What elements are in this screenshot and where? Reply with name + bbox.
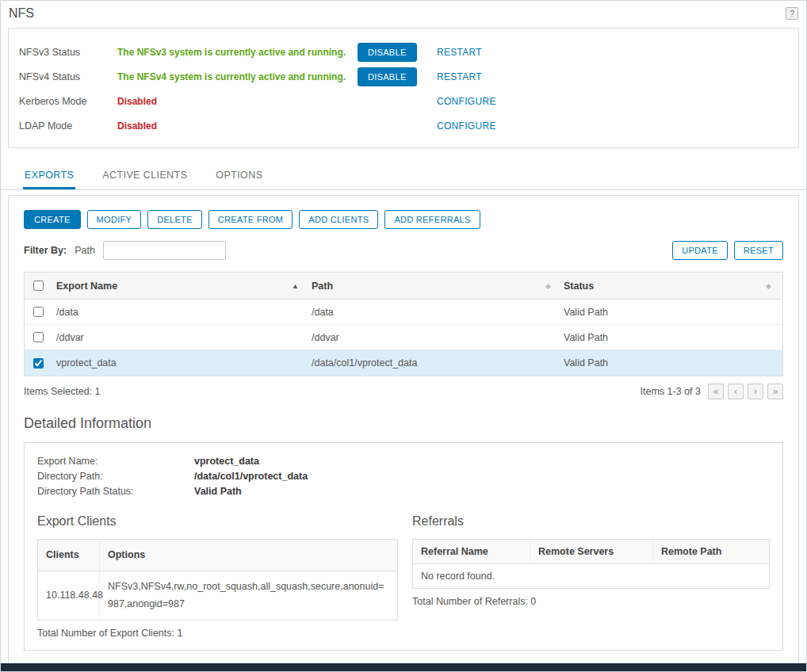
column-header-export-name[interactable]: Export Name ▲ <box>56 281 312 292</box>
sort-icon: ◆ <box>545 282 551 290</box>
create-from-button[interactable]: CREATE FROM <box>208 210 293 229</box>
next-page-icon[interactable]: › <box>748 384 763 399</box>
nfsv3-disable-button[interactable]: DISABLE <box>358 43 417 62</box>
referrals-heading: Referrals <box>412 514 770 529</box>
export-clients-heading: Export Clients <box>37 514 398 529</box>
nfsv4-status-row: NFSv4 Status The NFSv4 system is current… <box>13 64 794 89</box>
export-name-cell: vprotect_data <box>56 357 117 368</box>
export-name-cell: /data <box>56 307 78 318</box>
update-button[interactable]: UPDATE <box>672 241 728 260</box>
add-referrals-button[interactable]: ADD REFERRALS <box>384 210 480 229</box>
nfs-status-panel: NFSv3 Status The NFSv3 system is current… <box>8 28 799 148</box>
page-info-text: Items 1-3 of 3 <box>641 386 701 397</box>
nfsv4-restart-link[interactable]: RESTART <box>437 71 482 82</box>
delete-button[interactable]: DELETE <box>147 210 202 229</box>
export-client-row: 10.118.48.48 NFSv3,NFSv4,rw,no_root_squa… <box>38 571 397 620</box>
table-row[interactable]: /data /data Valid Path <box>25 300 782 325</box>
table-row[interactable]: /ddvar /ddvar Valid Path <box>25 325 782 350</box>
exports-table: Export Name ▲ Path ◆ Status ◆ /data /dat… <box>24 272 783 376</box>
page-title: NFS <box>9 6 34 21</box>
referrals-section: Referrals Referral Name Remote Servers R… <box>412 514 770 639</box>
tab-bar: EXPORTS ACTIVE CLIENTS OPTIONS <box>1 161 806 190</box>
nfsv4-disable-button[interactable]: DISABLE <box>358 67 417 86</box>
nfsv3-status-row: NFSv3 Status The NFSv3 system is current… <box>13 40 794 64</box>
table-footer: Items Selected: 1 Items 1-3 of 3 « ‹ › » <box>24 384 783 399</box>
exports-table-header: Export Name ▲ Path ◆ Status ◆ <box>25 273 782 300</box>
kerberos-mode-label: Kerberos Mode <box>19 96 117 107</box>
client-options-cell: NFSv3,NFSv4,rw,no_root_squash,all_squash… <box>100 571 397 620</box>
column-header-status[interactable]: Status ◆ <box>564 281 782 292</box>
export-clients-table: Clients Options 10.118.48.48 NFSv3,NFSv4… <box>37 539 398 620</box>
referrals-empty-row: No record found. <box>413 564 769 588</box>
export-name-cell: /ddvar <box>56 332 84 343</box>
directory-path-field: Directory Path: /data/col1/vprotect_data <box>37 471 770 482</box>
export-clients-table-header: Clients Options <box>38 540 397 571</box>
nfsv3-status-label: NFSv3 Status <box>19 47 117 58</box>
column-header-path[interactable]: Path ◆ <box>312 281 564 292</box>
referrals-table-header: Referral Name Remote Servers Remote Path <box>413 540 769 564</box>
row-checkbox[interactable] <box>33 358 44 368</box>
export-name-field: Export Name: vprotect_data <box>37 456 770 467</box>
export-clients-section: Export Clients Clients Options 10.118.48… <box>37 514 398 639</box>
previous-page-icon[interactable]: ‹ <box>728 384 744 399</box>
row-checkbox[interactable] <box>33 332 44 342</box>
last-page-icon[interactable]: » <box>767 384 783 399</box>
path-cell: /ddvar <box>312 332 339 343</box>
nfsv3-restart-link[interactable]: RESTART <box>437 47 482 58</box>
status-cell: Valid Path <box>564 307 608 318</box>
status-cell: Valid Path <box>564 332 608 343</box>
first-page-icon[interactable]: « <box>708 384 724 399</box>
select-all-checkbox[interactable] <box>33 281 44 291</box>
ldap-configure-link[interactable]: CONFIGURE <box>437 120 496 132</box>
help-icon[interactable]: ? <box>786 7 798 20</box>
export-clients-total: Total Number of Export Clients: 1 <box>37 628 398 639</box>
modify-button[interactable]: MODIFY <box>87 210 142 229</box>
referrals-table: Referral Name Remote Servers Remote Path… <box>412 539 770 589</box>
sort-ascending-icon: ▲ <box>292 282 299 290</box>
title-bar: NFS ? <box>1 1 806 23</box>
add-clients-button[interactable]: ADD CLIENTS <box>299 210 378 229</box>
row-checkbox[interactable] <box>33 307 44 317</box>
path-cell: /data/col1/vprotect_data <box>312 357 417 368</box>
table-row-selected[interactable]: vprotect_data /data/col1/vprotect_data V… <box>25 350 782 376</box>
path-filter-label: Path <box>75 245 95 256</box>
kerberos-mode-row: Kerberos Mode Disabled CONFIGURE <box>13 89 794 113</box>
directory-path-status-field: Directory Path Status: Valid Path <box>37 486 770 497</box>
nfsv4-status-label: NFSv4 Status <box>19 71 117 82</box>
kerberos-configure-link[interactable]: CONFIGURE <box>437 96 496 107</box>
client-ip-cell: 10.118.48.48 <box>38 571 100 620</box>
tab-exports[interactable]: EXPORTS <box>23 161 75 189</box>
nfsv4-status-value: The NFSv4 system is currently active and… <box>117 71 358 82</box>
nfsv3-status-value: The NFSv3 system is currently active and… <box>117 47 358 58</box>
ldap-mode-label: LDAP Mode <box>19 120 117 132</box>
bottom-bar <box>1 663 806 671</box>
filter-by-label: Filter By: <box>24 245 67 256</box>
create-button[interactable]: CREATE <box>24 210 81 229</box>
filter-row: Filter By: Path UPDATE RESET <box>24 241 783 260</box>
pagination: Items 1-3 of 3 « ‹ › » <box>641 384 783 399</box>
items-selected-text: Items Selected: 1 <box>24 386 101 397</box>
kerberos-mode-value: Disabled <box>117 96 358 107</box>
status-cell: Valid Path <box>564 357 608 368</box>
reset-button[interactable]: RESET <box>734 241 783 260</box>
path-filter-input[interactable] <box>103 241 226 260</box>
detail-panel: Export Name: vprotect_data Directory Pat… <box>24 442 783 651</box>
sort-icon: ◆ <box>766 282 771 290</box>
detailed-information-heading: Detailed Information <box>24 415 783 432</box>
referrals-total: Total Number of Referrals: 0 <box>412 596 770 607</box>
tab-options[interactable]: OPTIONS <box>214 161 264 189</box>
ldap-mode-row: LDAP Mode Disabled CONFIGURE <box>13 113 794 138</box>
tab-active-clients[interactable]: ACTIVE CLIENTS <box>101 161 189 189</box>
exports-toolbar: CREATE MODIFY DELETE CREATE FROM ADD CLI… <box>24 210 783 229</box>
exports-panel: CREATE MODIFY DELETE CREATE FROM ADD CLI… <box>8 195 799 664</box>
ldap-mode-value: Disabled <box>117 120 358 132</box>
path-cell: /data <box>312 307 334 318</box>
